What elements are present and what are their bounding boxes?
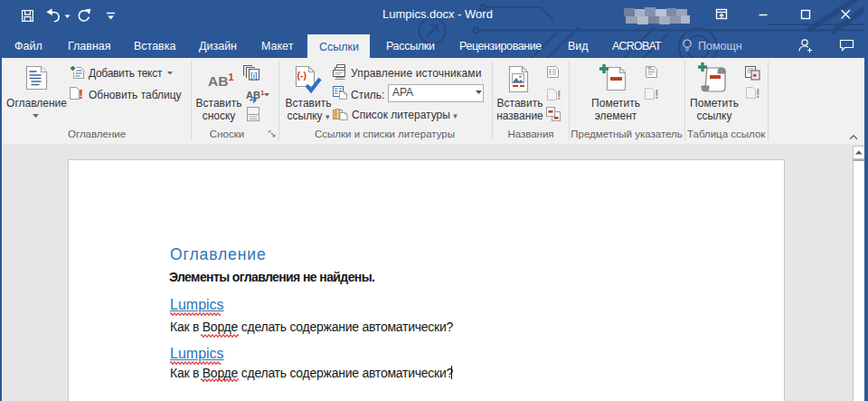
svg-text:!: !: [557, 88, 561, 101]
svg-text:!: !: [79, 86, 83, 100]
svg-text:!: !: [756, 86, 760, 100]
svg-text:(-): (-): [297, 70, 307, 81]
svg-text:!: !: [655, 87, 659, 100]
svg-text:[i]: [i]: [250, 71, 257, 81]
